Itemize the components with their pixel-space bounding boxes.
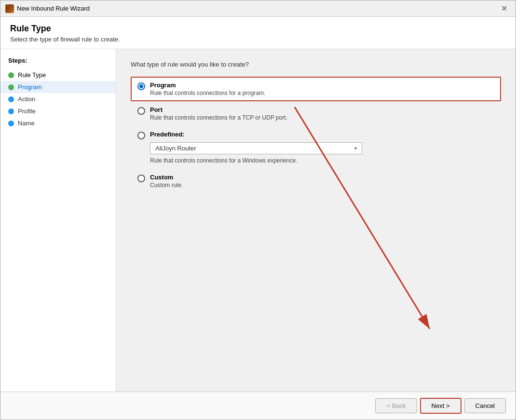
dot-green-icon — [8, 72, 14, 78]
main-panel: What type of rule would you like to crea… — [116, 49, 516, 392]
title-bar: New Inbound Rule Wizard ✕ — [0, 0, 516, 17]
close-button[interactable]: ✕ — [497, 2, 511, 15]
option-custom-label: Custom — [150, 174, 494, 181]
option-program[interactable]: Program Rule that controls connections f… — [131, 77, 501, 101]
wizard-window: New Inbound Rule Wizard ✕ Rule Type Sele… — [0, 0, 516, 420]
dot-blue-icon — [8, 121, 14, 126]
option-program-text: Program Rule that controls connections f… — [150, 81, 494, 96]
wizard-icon — [5, 4, 14, 13]
option-port-text: Port Rule that controls connections for … — [150, 106, 494, 121]
header-area: Rule Type Select the type of firewall ru… — [0, 17, 516, 49]
option-custom-text: Custom Custom rule. — [150, 174, 494, 189]
option-port[interactable]: Port Rule that controls connections for … — [131, 101, 501, 126]
dot-blue-icon — [8, 108, 14, 114]
predefined-dropdown-value: AllJoyn Router — [155, 145, 196, 152]
option-custom-desc: Custom rule. — [150, 182, 494, 189]
sidebar-item-label: Name — [18, 120, 35, 127]
footer: < Back Next > Cancel — [0, 392, 516, 420]
option-custom[interactable]: Custom Custom rule. — [131, 169, 501, 193]
title-bar-left: New Inbound Rule Wizard — [5, 4, 90, 13]
sidebar-item-name[interactable]: Name — [0, 117, 116, 129]
sidebar-item-profile[interactable]: Profile — [0, 105, 116, 117]
option-predefined-label: Predefined: — [150, 131, 185, 138]
radio-program[interactable] — [137, 82, 145, 90]
radio-custom[interactable] — [137, 175, 145, 182]
option-program-label: Program — [150, 81, 494, 89]
option-port-desc: Rule that controls connections for a TCP… — [150, 114, 494, 121]
predefined-label: Predefined: — [150, 131, 185, 138]
radio-predefined[interactable] — [137, 132, 145, 139]
option-predefined: Predefined: AllJoyn Router ▾ Rule that c… — [131, 126, 501, 169]
option-port-label: Port — [150, 106, 494, 113]
dot-green-icon — [8, 84, 14, 90]
predefined-dropdown-box[interactable]: AllJoyn Router ▾ — [150, 142, 362, 154]
chevron-down-icon: ▾ — [354, 146, 357, 151]
sidebar-item-rule-type[interactable]: Rule Type — [0, 69, 116, 81]
content-area: Steps: Rule Type Program Action Profile … — [0, 49, 516, 392]
page-subtitle: Select the type of firewall rule to crea… — [10, 36, 506, 43]
option-program-desc: Rule that controls connections for a pro… — [150, 90, 494, 96]
sidebar-item-action[interactable]: Action — [0, 93, 116, 105]
window-title: New Inbound Rule Wizard — [17, 5, 90, 12]
sidebar-item-label: Action — [18, 95, 35, 103]
cancel-button[interactable]: Cancel — [464, 398, 506, 413]
options-area: Program Rule that controls connections f… — [131, 77, 501, 193]
question-text: What type of rule would you like to crea… — [131, 61, 501, 68]
sidebar-item-program[interactable]: Program — [0, 81, 116, 93]
sidebar-item-label: Profile — [18, 108, 36, 115]
page-title: Rule Type — [10, 24, 506, 34]
sidebar-item-label: Program — [18, 83, 42, 91]
back-button[interactable]: < Back — [375, 398, 417, 413]
radio-port[interactable] — [137, 107, 145, 115]
sidebar-item-label: Rule Type — [18, 71, 46, 79]
steps-label: Steps: — [0, 57, 116, 69]
predefined-desc: Rule that controls connections for a Win… — [150, 157, 494, 164]
dot-blue-icon — [8, 96, 14, 102]
predefined-dropdown: AllJoyn Router ▾ — [150, 142, 494, 154]
next-button[interactable]: Next > — [420, 398, 462, 414]
sidebar: Steps: Rule Type Program Action Profile … — [0, 49, 116, 392]
